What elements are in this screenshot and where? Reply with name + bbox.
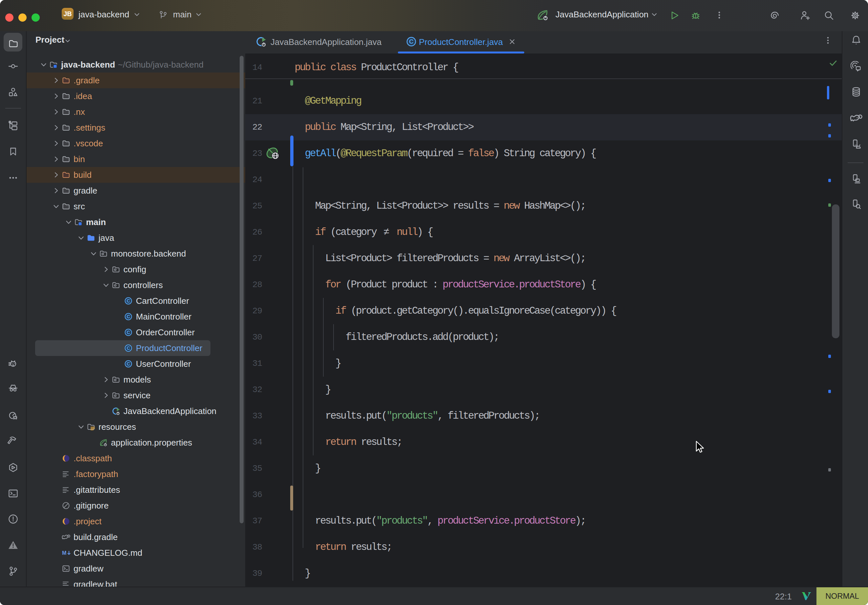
svg-text:C: C [127,314,130,319]
svg-text:C: C [127,298,130,303]
svg-text:C: C [127,330,130,335]
svg-text:M: M [62,550,66,556]
svg-text:C: C [409,38,414,45]
svg-text:C: C [127,345,130,351]
svg-text:C: C [127,361,130,367]
